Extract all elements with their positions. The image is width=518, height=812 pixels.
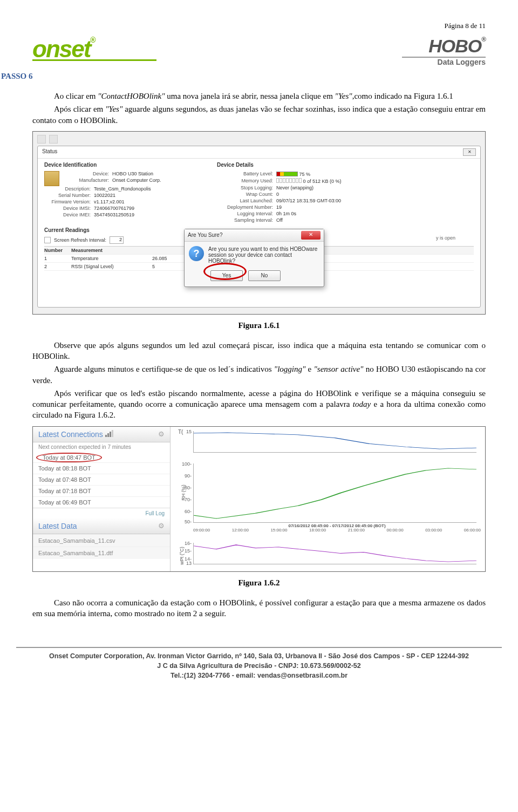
signal-icon [105,430,113,437]
figure-1-6-2: Latest Connections ⚙ Next connection exp… [32,426,486,572]
hobo-logo-sub: Data Loggers [402,57,486,66]
dialog-title: Are You Sure? [188,232,223,238]
temperature-chart: 15 [193,431,476,453]
list-item[interactable]: Today at 06:49 BOT [33,496,170,508]
paragraph-3: Observe que após alguns segundos um led … [32,340,486,362]
onset-logo: onset® [32,36,156,61]
figure-1-6-1: Status ✕ Device Identification Device:HO… [32,131,486,315]
step-heading: PASSO 6 [1,72,486,81]
gear-icon[interactable]: ⚙ [158,522,165,530]
annotation-circle-today: Today at 08:47 BOT [36,453,102,462]
wpt-chart: 16- 15- 14- 13 [193,543,476,564]
battery-icon [276,172,298,176]
dialog-text: Are you sure you want to end this HOBOwa… [208,246,319,264]
rh-chart: RH (%) 100- 90- 80- 70- 60- 50- [193,463,476,523]
paragraph-2: Após clicar em "Yes" aguarde alguns segu… [32,104,486,126]
list-item[interactable]: Today at 07:18 BOT [33,485,170,496]
refresh-icon [44,237,51,243]
latest-connections-header: Latest Connections ⚙ [33,427,170,442]
paragraph-6: Caso não ocorra a comunicação da estação… [32,597,486,619]
full-log-link[interactable]: Full Log [33,508,170,518]
data-file-link[interactable]: Estacao_Samambaia_11.dtf [33,547,170,559]
device-icon [44,171,59,186]
figure-caption-1: Figura 1.6.1 [32,321,486,330]
page-footer: Onset Computer Corporation, Av. Ironman … [16,647,502,680]
registered-icon: ® [481,36,486,43]
x-ticks: 09:00:0012:00:0015:00:0018:00:0021:00:00… [193,528,481,533]
data-file-link[interactable]: Estacao_Samambaia_11.csv [33,534,170,547]
onset-logo-text: onset [32,36,90,63]
confirm-dialog: Are You Sure? ✕ ? Are you sure you want … [184,229,324,287]
relay-text: y is open [436,235,455,241]
expected-text: Next connection expected in 7 minutes [33,442,170,452]
yes-button[interactable]: Yes [210,270,243,281]
refresh-input[interactable]: 2 [110,236,124,244]
paragraph-5: Após verificar que os led's estão piscan… [32,388,486,421]
list-item[interactable]: Today at 08:18 BOT [33,462,170,474]
figure-caption-2: Figura 1.6.2 [32,578,486,588]
latest-data-header: Latest Data⚙ [33,518,170,534]
question-icon: ? [189,246,204,261]
close-icon[interactable]: ✕ [301,231,321,240]
paragraph-4: Aguarde alguns minutos e certifique-se d… [32,364,486,386]
device-details-header: Device Details [217,162,379,168]
registered-icon: ® [90,36,94,44]
close-icon[interactable]: ✕ [463,148,476,156]
hobo-logo-text: HOBO [428,36,481,57]
toolbar-icon[interactable] [37,135,46,144]
list-item[interactable]: Today at 07:48 BOT [33,474,170,485]
no-button[interactable]: No [248,270,281,281]
paragraph-1: Ao clicar em "ContactHOBOlink" uma nova … [32,91,486,101]
device-id-header: Device Identification [44,162,195,168]
toolbar-icon[interactable] [49,135,58,144]
status-title: Status [42,148,57,156]
hobo-logo: HOBO® Data Loggers [402,36,486,66]
page-number: Página 8 de 11 [32,22,486,30]
gear-icon[interactable]: ⚙ [158,430,165,438]
memory-blocks-icon [276,178,302,183]
header: onset® HOBO® Data Loggers [32,36,486,66]
